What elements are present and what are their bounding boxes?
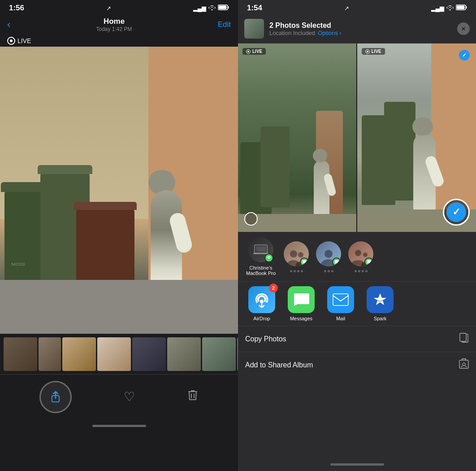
grid-photo-left[interactable]: LIVE xyxy=(238,44,357,232)
share-item-spark[interactable]: Spark xyxy=(363,286,397,321)
svg-point-21 xyxy=(463,363,465,366)
photo-scene: 542153 xyxy=(0,47,238,334)
thumb-1[interactable] xyxy=(4,337,37,371)
avatar-macbook xyxy=(248,237,273,262)
svg-rect-1 xyxy=(228,6,229,9)
options-link[interactable]: Options › xyxy=(318,30,342,36)
messages-icon-wrap xyxy=(288,286,315,313)
main-photo: 542153 xyxy=(0,47,238,334)
shared-album-icon xyxy=(459,358,469,371)
grid-photo-right[interactable]: LIVE ✓ ✓ xyxy=(357,44,476,232)
dog xyxy=(144,145,189,289)
home-indicator-right xyxy=(238,458,476,471)
copy-photos-label: Copy Photos xyxy=(245,335,286,343)
share-item-messages[interactable]: Messages xyxy=(285,286,318,321)
live-label: LIVE xyxy=(17,37,31,44)
add-to-shared-album-row[interactable]: Add to Shared Album xyxy=(238,352,476,378)
checkmark-sm: ✓ xyxy=(462,52,467,58)
svg-point-14 xyxy=(363,253,368,257)
home-bar-right xyxy=(330,463,384,466)
check-inner: ✓ xyxy=(446,202,466,222)
live-badge-left: LIVE xyxy=(0,35,238,47)
photo-selection-header: 2 Photos Selected Location Included Opti… xyxy=(238,14,476,44)
thumb-6[interactable] xyxy=(167,337,201,371)
selection-info: 2 Photos Selected Location Included Opti… xyxy=(269,22,452,36)
selection-thumbnail xyxy=(244,19,264,39)
person-item-3[interactable] xyxy=(348,241,373,272)
spark-label: Spark xyxy=(374,316,387,321)
thumb-3[interactable] xyxy=(62,337,96,371)
thumbnail-strip xyxy=(0,334,238,374)
people-row: Christine's MacBook Pro xyxy=(238,232,476,281)
live-dot-right xyxy=(365,49,370,54)
person-dots-3 xyxy=(355,270,368,272)
ground xyxy=(0,280,238,334)
status-bar-right: 1:54 ↗ ▂▄▆ xyxy=(238,0,476,14)
messages-badge-1 xyxy=(300,257,309,266)
mail-icon-wrap xyxy=(327,286,354,313)
live-badge-grid-left: LIVE xyxy=(242,48,266,55)
airdrop-badge-macbook xyxy=(264,253,273,262)
mail-label: Mail xyxy=(336,316,345,321)
location-arrow-left: ↗ xyxy=(106,5,111,12)
battery-icon-right xyxy=(456,4,467,12)
share-sheet: 2 AirDrop Messages xyxy=(238,281,476,458)
svg-rect-2 xyxy=(219,6,227,9)
spark-icon-wrap xyxy=(367,286,394,313)
copy-icon xyxy=(459,332,469,345)
person-item-1[interactable] xyxy=(284,241,309,272)
share-item-airdrop[interactable]: 2 AirDrop xyxy=(245,286,278,321)
heart-button[interactable]: ♡ xyxy=(124,389,135,404)
left-phone: 1:56 ↗ ▂▄▆ ‹ Home Today 1:42 PM xyxy=(0,0,238,471)
home-bar xyxy=(92,425,146,427)
location-arrow-right: ↗ xyxy=(344,5,349,12)
svg-point-15 xyxy=(260,300,264,303)
person-item-macbook[interactable]: Christine's MacBook Pro xyxy=(245,237,277,276)
wifi-icon xyxy=(208,5,216,12)
messages-label: Messages xyxy=(290,316,312,321)
airdrop-badge: 2 xyxy=(269,283,278,292)
airdrop-label: AirDrop xyxy=(253,316,270,321)
share-button[interactable] xyxy=(39,381,72,413)
live-badge-grid-right: LIVE xyxy=(362,48,385,55)
signal-icon: ▂▄▆ xyxy=(193,5,206,12)
nav-bar-left: ‹ Home Today 1:42 PM Edit xyxy=(0,14,238,35)
nav-subtitle: Today 1:42 PM xyxy=(96,26,132,32)
wifi-icon-right xyxy=(446,5,454,12)
add-to-shared-album-label: Add to Shared Album xyxy=(245,361,313,369)
select-circle-sm[interactable]: ✓ xyxy=(459,50,470,61)
checkmark: ✓ xyxy=(452,206,460,218)
bottom-toolbar: ♡ xyxy=(0,374,238,419)
svg-point-11 xyxy=(298,252,303,257)
select-circle-checked[interactable]: ✓ xyxy=(443,199,470,226)
thumb-2[interactable] xyxy=(39,337,61,371)
thumb-4[interactable] xyxy=(97,337,131,371)
selection-title: 2 Photos Selected xyxy=(269,22,452,30)
close-button[interactable]: × xyxy=(457,22,470,35)
thumb-7[interactable] xyxy=(202,337,236,371)
battery-icon xyxy=(218,4,229,12)
select-circle-left[interactable] xyxy=(244,212,258,226)
avatar-person3 xyxy=(348,241,373,266)
svg-rect-19 xyxy=(460,333,466,341)
edit-button[interactable]: Edit xyxy=(218,20,231,29)
back-button[interactable]: ‹ xyxy=(7,19,10,31)
location-included: Location Included xyxy=(269,30,315,36)
person-item-2[interactable] xyxy=(316,241,341,272)
status-icons-left: ▂▄▆ xyxy=(193,4,229,12)
delete-button[interactable] xyxy=(187,389,199,405)
photos-grid: LIVE LIVE xyxy=(238,44,476,232)
copy-photos-row[interactable]: Copy Photos xyxy=(238,326,476,352)
messages-badge-3 xyxy=(364,257,373,266)
airdrop-icon-wrap: 2 xyxy=(248,286,275,313)
status-icons-right: ▂▄▆ xyxy=(431,4,467,12)
nav-title-group: Home Today 1:42 PM xyxy=(96,17,132,32)
person-label-macbook: Christine's MacBook Pro xyxy=(245,265,277,276)
thumb-5[interactable] xyxy=(132,337,166,371)
avatar-person1 xyxy=(284,241,309,266)
home-indicator-left xyxy=(0,419,238,432)
messages-badge-2 xyxy=(332,257,341,266)
share-item-mail[interactable]: Mail xyxy=(324,286,357,321)
live-dot-left xyxy=(246,49,251,54)
svg-rect-17 xyxy=(333,294,348,305)
